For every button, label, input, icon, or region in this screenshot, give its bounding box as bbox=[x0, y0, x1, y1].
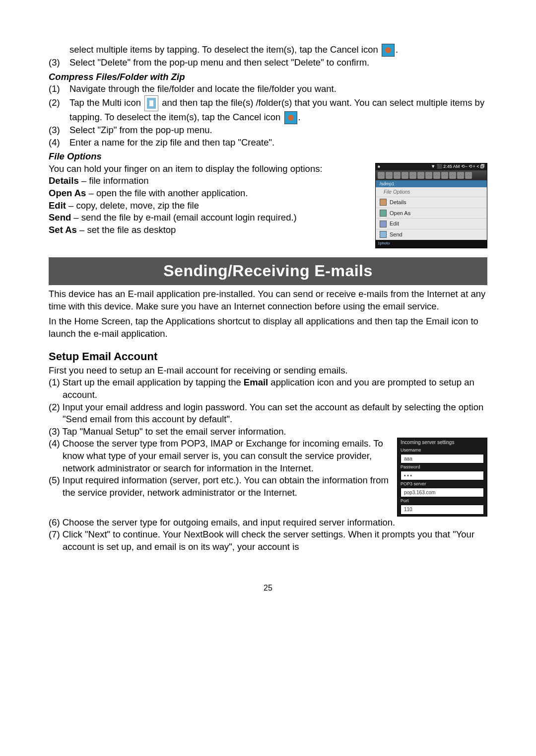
continued-line: select multiple items by tapping. To des… bbox=[69, 44, 487, 57]
fig-menu-edit: Edit bbox=[376, 218, 487, 229]
send-label: Send bbox=[49, 212, 71, 223]
details-label: Details bbox=[49, 175, 79, 186]
fig-menu-details: Details bbox=[376, 197, 487, 208]
menu-item-label: Edit bbox=[390, 220, 399, 227]
toolbar-icon bbox=[465, 172, 472, 179]
toolbar-icon bbox=[378, 172, 385, 179]
toolbar-icon bbox=[417, 172, 424, 179]
details-desc: – file information bbox=[79, 175, 149, 186]
list-number: (3) bbox=[49, 57, 69, 69]
server-fig-port-label: Port bbox=[398, 498, 487, 504]
email-word: Email bbox=[244, 377, 268, 387]
status-left: ♠ bbox=[378, 164, 380, 170]
send-icon bbox=[380, 231, 387, 238]
continued-text-a: select multiple items by tapping. To des… bbox=[69, 44, 378, 55]
details-icon bbox=[380, 199, 387, 206]
compress-step-1-text: Navigate through the file/folder and loc… bbox=[69, 83, 336, 94]
server-fig-pop3-label: POP3 server bbox=[398, 481, 487, 487]
compress-step-2: (2)Tap the Multi icon and then tap the f… bbox=[49, 95, 487, 124]
setup-step-2: (2) Input your email address and login p… bbox=[49, 401, 487, 426]
toolbar-icon bbox=[457, 172, 464, 179]
compress-step-3-text: Select "Zip" from the pop-up menu. bbox=[69, 125, 212, 135]
setup-intro: First you need to setup an E-mail accoun… bbox=[49, 365, 487, 377]
fig-footer-left: 1photo bbox=[378, 241, 390, 246]
server-fig-title: Incoming server settings bbox=[398, 438, 487, 447]
section-banner-email: Sending/Receiving E-mails bbox=[49, 257, 487, 286]
page-number: 25 bbox=[49, 583, 487, 593]
status-bar: ♠ ▼ ⬛ 2:45 AM ⟲− ⟲+ < 🗐 bbox=[376, 163, 487, 170]
toolbar-icon bbox=[449, 172, 456, 179]
fig-footer: 1photo bbox=[376, 240, 487, 248]
fig-menu-open-as: Open As bbox=[376, 208, 487, 219]
fig-toolbar bbox=[376, 170, 487, 180]
menu-item-label: Details bbox=[390, 199, 406, 206]
list-number: (2) bbox=[49, 97, 69, 109]
compress-heading: Compress Files/Folder with Zip bbox=[49, 71, 487, 83]
edit-label: Edit bbox=[49, 200, 66, 211]
menu-item-label: Open As bbox=[390, 210, 410, 217]
list-number: (1) bbox=[49, 83, 69, 95]
status-right: ▼ ⬛ 2:45 AM ⟲− ⟲+ < 🗐 bbox=[431, 164, 485, 170]
server-fig-pop3-field: pop3.163.com bbox=[401, 488, 484, 497]
open-as-desc: – open the file with another application… bbox=[86, 188, 248, 198]
compress-step-1: (1)Navigate through the file/folder and … bbox=[49, 83, 487, 95]
toolbar-icon bbox=[425, 172, 432, 179]
toolbar-icon bbox=[409, 172, 416, 179]
compress-step-3: (3)Select "Zip" from the pop-up menu. bbox=[49, 124, 487, 137]
compress-step-2a: Tap the Multi icon bbox=[69, 97, 141, 108]
multi-icon bbox=[144, 95, 158, 111]
setup-step-1a: (1) Start up the email application by ta… bbox=[49, 377, 244, 387]
fig-path: /sdmp1 bbox=[376, 180, 487, 187]
server-fig-password-field: • • • bbox=[401, 471, 484, 480]
compress-step-2c: . bbox=[298, 112, 301, 122]
set-as-desc: – set the file as desktop bbox=[77, 225, 176, 235]
edit-icon bbox=[380, 221, 387, 227]
send-desc: – send the file by e-mail (email account… bbox=[71, 212, 297, 223]
open-as-label: Open As bbox=[49, 188, 86, 198]
toolbar-icon bbox=[394, 172, 401, 179]
open-as-icon bbox=[380, 210, 387, 217]
compress-step-4-text: Enter a name for the zip file and then t… bbox=[69, 137, 274, 148]
fig-menu-title: File Options bbox=[376, 187, 487, 197]
edit-desc: – copy, delete, move, zip the file bbox=[66, 200, 199, 211]
toolbar-icon bbox=[386, 172, 393, 179]
list-number: (4) bbox=[49, 137, 69, 149]
setup-step-7: (7) Click "Next" to continue. Your NextB… bbox=[49, 529, 487, 553]
setup-list: (1) Start up the email application by ta… bbox=[49, 377, 487, 553]
continued-text-b: . bbox=[396, 44, 398, 55]
menu-item-label: Send bbox=[390, 231, 402, 238]
list-number: (3) bbox=[49, 124, 69, 137]
server-fig-port-field: 110 bbox=[401, 505, 484, 514]
cancel-icon bbox=[382, 44, 395, 57]
file-options-heading: File Options bbox=[49, 151, 487, 163]
set-as-label: Set As bbox=[49, 225, 77, 235]
server-fig-username-label: Username bbox=[398, 447, 487, 454]
setup-step-3: (3) Tap "Manual Setup" to set the email … bbox=[49, 426, 487, 438]
server-settings-screenshot: Incoming server settings Username aaa Pa… bbox=[397, 438, 487, 516]
compress-step-4: (4)Enter a name for the zip file and the… bbox=[49, 137, 487, 149]
setup-step-1: (1) Start up the email application by ta… bbox=[49, 377, 487, 401]
toolbar-icon bbox=[441, 172, 448, 179]
setup-email-heading: Setup Email Account bbox=[49, 349, 487, 364]
email-intro-1: This device has an E-mail application pr… bbox=[49, 288, 487, 312]
cancel-icon bbox=[284, 111, 297, 124]
server-fig-password-label: Password bbox=[398, 464, 487, 470]
continued-list: select multiple items by tapping. To des… bbox=[49, 44, 487, 69]
toolbar-icon bbox=[433, 172, 440, 179]
fig-context-menu: File Options Details Open As Edit Send bbox=[376, 187, 487, 240]
delete-step-3: (3)Select "Delete" from the pop-up menu … bbox=[49, 57, 487, 69]
compress-list: (1)Navigate through the file/folder and … bbox=[49, 83, 487, 149]
setup-step-6: (6) Choose the server type for outgoing … bbox=[49, 517, 487, 529]
email-intro-2: In the Home Screen, tap the Applications… bbox=[49, 315, 487, 340]
fig-menu-send: Send bbox=[376, 229, 487, 240]
file-options-screenshot: ♠ ▼ ⬛ 2:45 AM ⟲− ⟲+ < 🗐 /sdmp1 File Opti… bbox=[375, 163, 487, 248]
toolbar-icon bbox=[402, 172, 408, 179]
delete-step-3-text: Select "Delete" from the pop-up menu and… bbox=[69, 57, 369, 68]
server-fig-username-field: aaa bbox=[401, 454, 484, 463]
